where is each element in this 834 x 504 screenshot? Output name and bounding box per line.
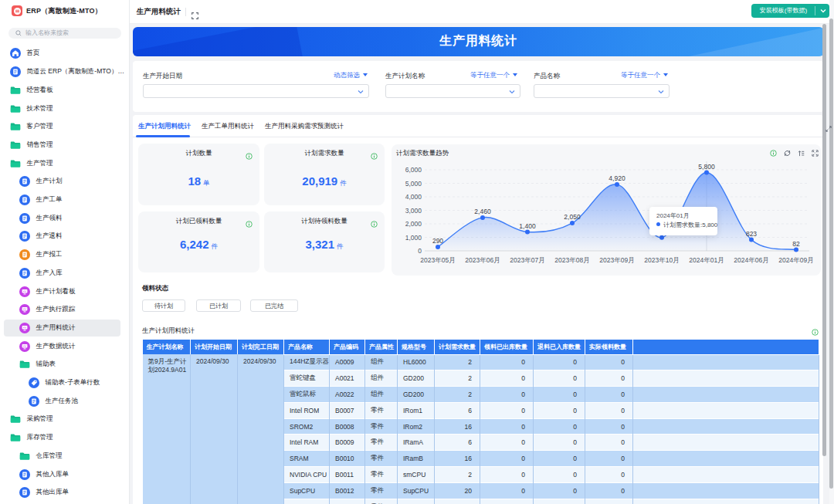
- svg-text:823: 823: [746, 230, 757, 238]
- svg-text:2023年06月: 2023年06月: [465, 256, 500, 264]
- svg-text:2024年09月: 2024年09月: [778, 256, 813, 264]
- svg-text:2023年08月: 2023年08月: [554, 256, 589, 264]
- svg-text:2023年10月: 2023年10月: [644, 256, 679, 264]
- svg-text:2023年07月: 2023年07月: [510, 256, 544, 264]
- svg-text:4,000: 4,000: [405, 193, 422, 201]
- svg-text:2,000: 2,000: [405, 220, 422, 228]
- svg-text:5,000: 5,000: [405, 180, 422, 188]
- svg-text:2024年01月: 2024年01月: [689, 256, 724, 264]
- svg-text:6,000: 6,000: [405, 166, 422, 174]
- svg-text:2,050: 2,050: [564, 213, 581, 221]
- svg-text:2023年09月: 2023年09月: [599, 256, 634, 264]
- svg-text:5,800: 5,800: [698, 163, 715, 171]
- svg-text:2,460: 2,460: [474, 208, 491, 215]
- svg-text:1,400: 1,400: [519, 222, 536, 230]
- svg-text:290: 290: [432, 237, 443, 245]
- svg-text:2023年05月: 2023年05月: [420, 256, 455, 264]
- svg-text:0: 0: [418, 247, 422, 255]
- svg-text:4,920: 4,920: [609, 174, 626, 182]
- svg-text:1,000: 1,000: [405, 234, 422, 242]
- svg-text:82: 82: [792, 240, 800, 248]
- svg-text:2024年06月: 2024年06月: [734, 256, 768, 264]
- svg-text:3,000: 3,000: [405, 207, 422, 215]
